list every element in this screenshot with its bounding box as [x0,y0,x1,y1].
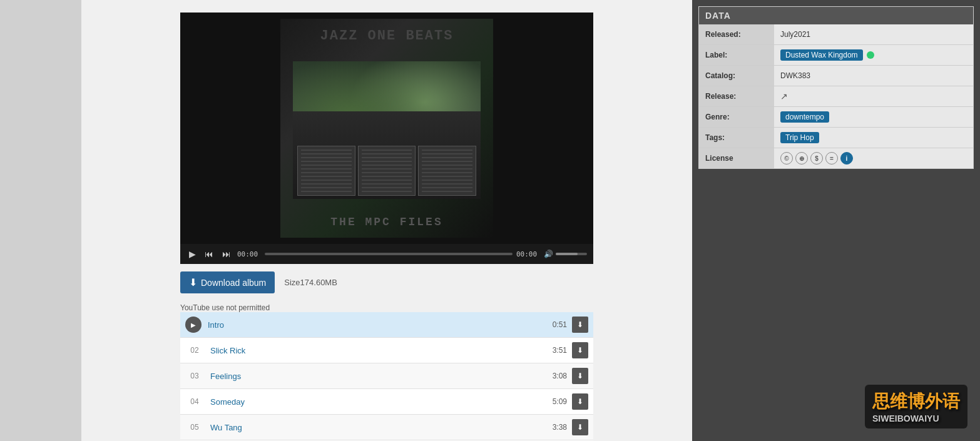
track-duration: 3:51 [545,346,567,355]
track-number: 02 [185,346,204,355]
next-button[interactable]: ⏭ [220,248,233,260]
release-row: Release: ↗ [699,86,973,107]
track-duration: 0:51 [545,320,567,329]
genre-label: Genre: [699,107,774,127]
released-row: Released: July2021 [699,24,973,45]
info-icon[interactable]: i [840,152,853,165]
tags-value: Trip Hop [774,128,825,147]
label-row: Label: Dusted Wax Kingdom [699,45,973,66]
track-number: 05 [185,423,204,432]
album-art: Jazz One Beats The MPC Files [180,13,593,244]
volume-bar[interactable] [556,253,587,255]
album-title-bottom: The MPC Files [330,216,442,228]
watermark: 思维博外语 SIWEIBOWAIYU [865,385,967,428]
active-dot [867,51,874,59]
track-play-button[interactable]: ▶ [185,317,202,333]
catalog-row: Catalog: DWK383 [699,66,973,86]
equipment-block-1 [297,146,355,196]
label-badge[interactable]: Dusted Wax Kingdom [780,49,863,61]
track-row: 05 Wu Tang 3:38 ⬇ [180,415,593,440]
tag-badge[interactable]: Trip Hop [780,132,819,143]
track-row: 03 Feelings 3:08 ⬇ [180,363,593,389]
left-sidebar [0,0,81,441]
tags-label: Tags: [699,128,774,148]
genre-value: downtempo [774,108,835,126]
data-panel-header: DATA [699,7,973,24]
label-label: Label: [699,45,774,65]
genre-badge[interactable]: downtempo [780,111,829,123]
track-number: 04 [185,397,204,406]
cc-icon: © [780,152,793,165]
genre-row: Genre: downtempo [699,107,973,128]
volume-fill [556,253,578,255]
album-art-bg [293,61,481,199]
player-section: Jazz One Beats The MPC Files ▶ [180,13,593,264]
equipment-block-2 [358,146,416,196]
nc-icon: $ [810,152,823,165]
right-panel: DATA Released: July2021 Label: Dusted Wa… [692,0,980,441]
by-icon: ⊕ [795,152,808,165]
license-label: License [699,148,774,168]
track-row: 02 Slick Rick 3:51 ⬇ [180,338,593,363]
download-album-button[interactable]: ⬇ Download album [180,271,275,293]
track-download-button[interactable]: ⬇ [572,368,588,384]
track-download-button[interactable]: ⬇ [572,317,588,333]
track-name[interactable]: Wu Tang [204,423,545,432]
label-value: Dusted Wax Kingdom [774,46,880,64]
equipment-visual [293,111,481,199]
release-label: Release: [699,86,774,106]
track-number: 03 [185,372,204,380]
progress-bar[interactable] [265,253,513,255]
released-value: July2021 [774,26,817,43]
track-duration: 3:08 [545,372,567,380]
tracklist: ▶ Intro 0:51 ⬇ 02 Slick Rick 3:51 ⬇ 03 F… [180,312,593,441]
track-download-button[interactable]: ⬇ [572,419,588,435]
youtube-notice: YouTube use not permitted [180,303,593,312]
track-duration: 3:38 [545,423,567,432]
equipment-block-3 [418,146,476,196]
track-name[interactable]: Someday [204,397,545,407]
volume-icon: 🔊 [544,250,553,258]
track-name[interactable]: Intro [202,320,545,330]
catalog-value: DWK383 [774,68,817,84]
track-download-button[interactable]: ⬇ [572,393,588,410]
track-duration: 5:09 [545,397,567,406]
license-value: © ⊕ $ = i [774,148,859,168]
track-row: 04 Someday 5:09 ⬇ [180,389,593,415]
data-panel: DATA Released: July2021 Label: Dusted Wa… [698,6,974,169]
track-name[interactable]: Slick Rick [204,346,545,355]
file-size: Size174.60MB [284,278,337,287]
track-download-button[interactable]: ⬇ [572,342,588,358]
track-row: ▶ Intro 0:51 ⬇ [180,312,593,338]
catalog-label: Catalog: [699,66,774,86]
license-row: License © ⊕ $ = i [699,148,973,168]
play-button[interactable]: ▶ [186,248,198,260]
prev-button[interactable]: ⏮ [202,248,216,260]
tags-row: Tags: Trip Hop [699,128,973,148]
album-title-top: Jazz One Beats [320,28,454,44]
album-art-inner: Jazz One Beats The MPC Files [280,19,493,238]
main-content: Jazz One Beats The MPC Files ▶ [81,0,692,441]
license-icons: © ⊕ $ = i [780,152,853,165]
watermark-line1: 思维博外语 [872,390,960,413]
watermark-line2: SIWEIBOWAIYU [872,413,960,423]
total-time: 00:00 [516,250,540,258]
download-notice-area: ⬇ Download album Size174.60MB YouTube us… [180,264,593,312]
download-section: ⬇ Download album Size174.60MB [180,264,593,301]
release-value: ↗ [774,88,794,105]
volume-control: 🔊 [544,250,587,258]
external-link-icon[interactable]: ↗ [780,91,788,101]
download-label: Download album [201,278,266,288]
transport-bar: ▶ ⏮ ⏭ 00:00 00:00 🔊 [180,244,593,264]
released-label: Released: [699,24,774,44]
download-icon: ⬇ [189,276,197,288]
track-name[interactable]: Feelings [204,372,545,381]
nd-icon: = [825,152,838,165]
current-time: 00:00 [237,250,261,258]
